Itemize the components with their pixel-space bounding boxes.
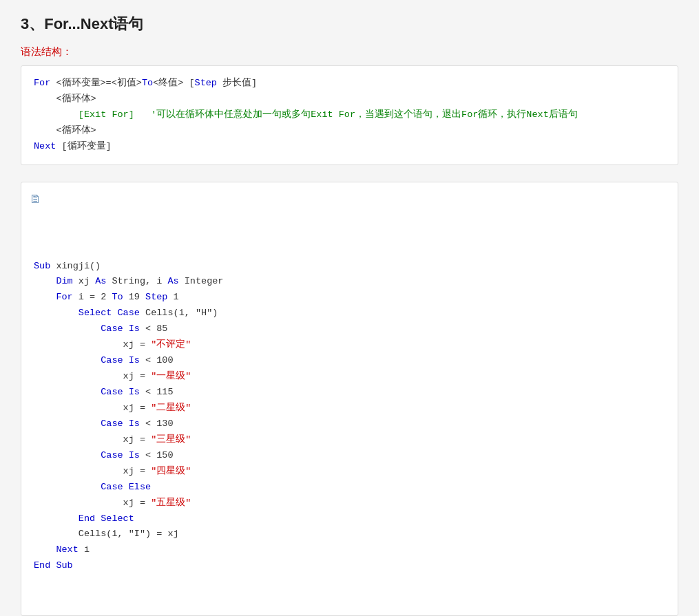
code-line: xj = "五星级" (34, 496, 665, 511)
code-segment: xj = (34, 434, 151, 445)
code-line: For i = 2 To 19 Step 1 (34, 290, 665, 306)
code-segment: xingji() (56, 261, 101, 271)
code-segment: i = 2 (73, 292, 112, 302)
code-segment: To (112, 292, 123, 302)
code-segment: String, i (106, 276, 167, 286)
code-line: Select Case Cells(i, "H") (34, 306, 665, 321)
syntax-line: For <循环变量>=<初值>To<终值> [Step 步长值] (34, 76, 665, 92)
main-code-block: 🗎 Sub xingji() Dim xj As String, i As In… (21, 182, 678, 616)
code-segment: < 100 (140, 355, 174, 365)
syntax-line: <循环体> (34, 92, 665, 107)
code-segment: "四星级" (151, 466, 191, 476)
syntax-segment: 步长值] (217, 78, 257, 88)
code-segment: "二星级" (151, 403, 191, 413)
code-segment: xj = (34, 466, 151, 476)
syntax-segment: <循环体> (34, 125, 96, 136)
code-segment (34, 513, 79, 524)
code-segment (34, 308, 79, 318)
code-segment: xj = (34, 403, 151, 413)
code-segment: Step (145, 292, 167, 302)
syntax-line: Next [循环变量] (34, 139, 665, 155)
page-container: 3、For...Next语句 语法结构： For <循环变量>=<初值>To<终… (21, 14, 678, 616)
page-title: 3、For...Next语句 (21, 14, 678, 34)
code-segment: "三星级" (151, 434, 191, 445)
code-line: xj = "四星级" (34, 464, 665, 480)
syntax-label: 语法结构： (21, 45, 678, 59)
code-segment: Cells(i, "H") (140, 308, 218, 318)
code-segment: 1 (167, 292, 178, 302)
code-line: xj = "三星级" (34, 432, 665, 448)
copy-icon[interactable]: 🗎 (30, 189, 42, 211)
syntax-segment: <循环变量>=<初值> (56, 78, 142, 88)
code-segment: "不评定" (151, 339, 191, 350)
code-segment: < 85 (140, 323, 168, 334)
code-line: xj = "不评定" (34, 337, 665, 353)
code-segment (34, 276, 56, 286)
syntax-segment: <终值> [ (153, 78, 194, 88)
code-segment (34, 482, 101, 492)
code-line: End Select (34, 511, 665, 527)
syntax-segment: '可以在循环体中任意处加一句或多句Exit For，当遇到这个语句，退出For循… (134, 109, 578, 120)
code-segment: Case Is (101, 387, 140, 397)
code-line: Sub xingji() (34, 259, 665, 275)
code-segment: xj = (34, 371, 151, 381)
code-segment (34, 355, 101, 365)
code-segment: "一星级" (151, 371, 191, 381)
code-segment: Dim (56, 276, 72, 286)
code-line: xj = "二星级" (34, 401, 665, 416)
code-segment: Next (56, 544, 78, 555)
code-segment: Sub (34, 261, 56, 271)
code-segment: For (56, 292, 72, 302)
syntax-segment: Step (195, 78, 217, 88)
syntax-code-block: For <循环变量>=<初值>To<终值> [Step 步长值] <循环体> [… (21, 65, 678, 165)
code-segment: i (79, 544, 90, 555)
code-segment: Integer (179, 276, 224, 286)
code-segment: xj = (34, 498, 151, 508)
code-line: xj = "一星级" (34, 369, 665, 385)
code-segment: Case Is (101, 418, 140, 429)
syntax-segment: For (34, 78, 56, 88)
code-segment (34, 387, 101, 397)
code-segment (34, 544, 56, 555)
code-line: Dim xj As String, i As Integer (34, 274, 665, 290)
code-segment: 19 (123, 292, 145, 302)
code-segment: Select Case (79, 308, 140, 318)
code-segment: End Sub (34, 560, 73, 571)
code-line: Case Is < 100 (34, 353, 665, 369)
code-segment: xj (73, 276, 95, 286)
code-segment: < 150 (140, 450, 174, 460)
code-segment: < 130 (140, 418, 174, 429)
code-segment (34, 418, 101, 429)
code-segment (34, 450, 101, 460)
code-segment: Case Is (101, 450, 140, 460)
syntax-line: <循环体> (34, 123, 665, 139)
code-line: Case Else (34, 480, 665, 496)
syntax-segment: Next (34, 141, 56, 151)
code-segment: "五星级" (151, 498, 191, 508)
code-segment (34, 292, 56, 302)
code-segment: Case Else (101, 482, 151, 492)
code-line: Case Is < 115 (34, 385, 665, 401)
syntax-segment: [循环变量] (56, 141, 111, 151)
code-segment: As (95, 276, 106, 286)
code-line: Case Is < 85 (34, 321, 665, 337)
code-segment: < 115 (140, 387, 174, 397)
code-segment: Cells(i, "I") = xj (34, 529, 179, 539)
code-segment: Case Is (101, 355, 140, 365)
code-line: Next i (34, 542, 665, 558)
syntax-segment (34, 109, 79, 120)
code-segment: Case Is (101, 323, 140, 334)
syntax-line: [Exit For] '可以在循环体中任意处加一句或多句Exit For，当遇到… (34, 107, 665, 123)
code-line: Cells(i, "I") = xj (34, 527, 665, 542)
code-segment: xj = (34, 339, 151, 350)
code-segment (34, 323, 101, 334)
syntax-segment: To (142, 78, 153, 88)
code-line: Case Is < 150 (34, 448, 665, 464)
code-line: End Sub (34, 558, 665, 574)
code-segment: As (167, 276, 178, 286)
syntax-segment: <循环体> (34, 94, 96, 104)
syntax-segment: [Exit For] (79, 109, 134, 120)
syntax-label-text: 语法结构： (21, 45, 72, 57)
code-line: Case Is < 130 (34, 416, 665, 432)
code-segment: End Select (79, 513, 134, 524)
